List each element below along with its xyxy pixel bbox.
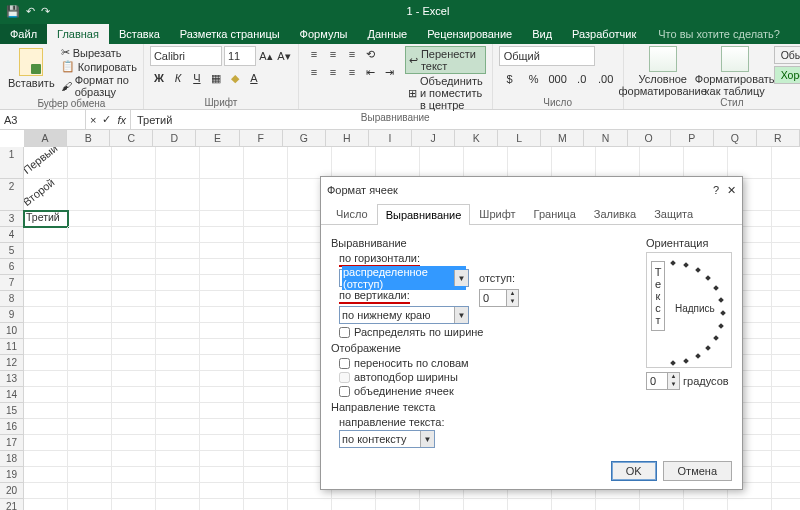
cell[interactable] xyxy=(24,371,68,387)
comma-icon[interactable]: 000 xyxy=(547,69,569,89)
ok-button[interactable]: OK xyxy=(611,461,657,481)
cell[interactable] xyxy=(156,371,200,387)
cancel-button[interactable]: Отмена xyxy=(663,461,732,481)
spin-down-icon[interactable]: ▼ xyxy=(507,298,518,306)
align-right-icon[interactable]: ≡ xyxy=(343,64,361,80)
cell[interactable] xyxy=(68,467,112,483)
cell[interactable] xyxy=(200,291,244,307)
cell[interactable] xyxy=(156,451,200,467)
shrink-font-icon[interactable]: A▾ xyxy=(276,46,292,66)
cell[interactable] xyxy=(112,179,156,211)
cell[interactable] xyxy=(68,483,112,499)
cell[interactable] xyxy=(68,275,112,291)
cell[interactable] xyxy=(508,147,552,179)
cell[interactable] xyxy=(552,499,596,510)
cell[interactable] xyxy=(772,355,800,371)
cell[interactable] xyxy=(112,291,156,307)
cell[interactable] xyxy=(552,147,596,179)
cell[interactable] xyxy=(24,403,68,419)
dlg-tab-border[interactable]: Граница xyxy=(525,203,585,224)
cell[interactable] xyxy=(24,339,68,355)
orientation-icon[interactable]: ⟲ xyxy=(362,46,380,62)
row-header-11[interactable]: 11 xyxy=(0,339,24,355)
col-header-G[interactable]: G xyxy=(283,130,326,146)
cell[interactable] xyxy=(244,147,288,179)
cell[interactable] xyxy=(288,147,332,179)
percent-icon[interactable]: % xyxy=(523,69,545,89)
cell[interactable] xyxy=(420,499,464,510)
cell[interactable] xyxy=(112,339,156,355)
cell[interactable] xyxy=(68,259,112,275)
cell[interactable] xyxy=(772,291,800,307)
cell[interactable] xyxy=(156,211,200,227)
dlg-tab-number[interactable]: Число xyxy=(327,203,377,224)
cell[interactable] xyxy=(728,147,772,179)
cell[interactable] xyxy=(772,227,800,243)
col-header-E[interactable]: E xyxy=(196,130,239,146)
redo-icon[interactable]: ↷ xyxy=(41,5,50,18)
style-normal[interactable]: Обычный xyxy=(774,46,800,64)
cell[interactable] xyxy=(728,499,772,510)
cell[interactable] xyxy=(68,179,112,211)
cell[interactable] xyxy=(772,467,800,483)
cell[interactable] xyxy=(772,403,800,419)
col-header-R[interactable]: R xyxy=(757,130,800,146)
col-header-A[interactable]: A xyxy=(24,130,67,146)
cell[interactable] xyxy=(200,211,244,227)
cell[interactable] xyxy=(200,179,244,211)
font-name-combo[interactable]: Calibri xyxy=(150,46,222,66)
col-header-B[interactable]: B xyxy=(67,130,110,146)
cell[interactable] xyxy=(68,147,112,179)
tab-view[interactable]: Вид xyxy=(522,24,562,44)
row-header-18[interactable]: 18 xyxy=(0,451,24,467)
cell[interactable] xyxy=(24,291,68,307)
cell[interactable] xyxy=(112,451,156,467)
row-header-15[interactable]: 15 xyxy=(0,403,24,419)
cell[interactable] xyxy=(200,403,244,419)
cell[interactable] xyxy=(200,147,244,179)
cell[interactable] xyxy=(596,499,640,510)
cut-button[interactable]: ✂Вырезать xyxy=(61,46,137,59)
style-good[interactable]: Хороший xyxy=(774,66,800,84)
col-header-I[interactable]: I xyxy=(369,130,412,146)
cell[interactable] xyxy=(200,259,244,275)
cell[interactable] xyxy=(244,243,288,259)
tab-insert[interactable]: Вставка xyxy=(109,24,170,44)
cell[interactable] xyxy=(772,179,800,211)
cell[interactable] xyxy=(200,467,244,483)
cell[interactable] xyxy=(68,323,112,339)
row-header-1[interactable]: 1 xyxy=(0,147,24,179)
tab-formulas[interactable]: Формулы xyxy=(290,24,358,44)
bold-button[interactable]: Ж xyxy=(150,69,168,87)
accept-formula-icon[interactable]: ✓ xyxy=(102,113,111,126)
cell[interactable] xyxy=(200,355,244,371)
format-as-table-button[interactable]: Форматировать как таблицу xyxy=(702,46,768,97)
cell[interactable] xyxy=(200,339,244,355)
cell-styles-gallery[interactable]: Обычный Хороший xyxy=(774,46,800,84)
cell[interactable] xyxy=(244,323,288,339)
cell[interactable] xyxy=(24,387,68,403)
chk-wrap[interactable]: переносить по словам xyxy=(339,357,638,369)
align-top-icon[interactable]: ≡ xyxy=(305,46,323,62)
name-box[interactable]: A3 xyxy=(0,110,86,129)
row-header-10[interactable]: 10 xyxy=(0,323,24,339)
cell[interactable] xyxy=(772,147,800,179)
tab-file[interactable]: Файл xyxy=(0,24,47,44)
cell[interactable] xyxy=(508,499,552,510)
cell[interactable] xyxy=(244,227,288,243)
cell[interactable] xyxy=(68,339,112,355)
cell[interactable]: Третий xyxy=(24,211,68,227)
cell[interactable] xyxy=(68,355,112,371)
cell[interactable] xyxy=(244,419,288,435)
tell-me[interactable]: Что вы хотите сделать? xyxy=(650,24,788,44)
cell[interactable] xyxy=(68,419,112,435)
cell[interactable] xyxy=(112,403,156,419)
cell[interactable] xyxy=(24,499,68,510)
dlg-tab-protection[interactable]: Защита xyxy=(645,203,702,224)
cell[interactable] xyxy=(200,451,244,467)
cell[interactable]: Второй xyxy=(24,179,68,211)
cell[interactable] xyxy=(24,355,68,371)
vertical-align-combo[interactable]: по нижнему краю▼ xyxy=(339,306,469,324)
cell[interactable] xyxy=(112,499,156,510)
horizontal-align-combo[interactable]: распределенное (отступ)▼ xyxy=(339,269,469,287)
